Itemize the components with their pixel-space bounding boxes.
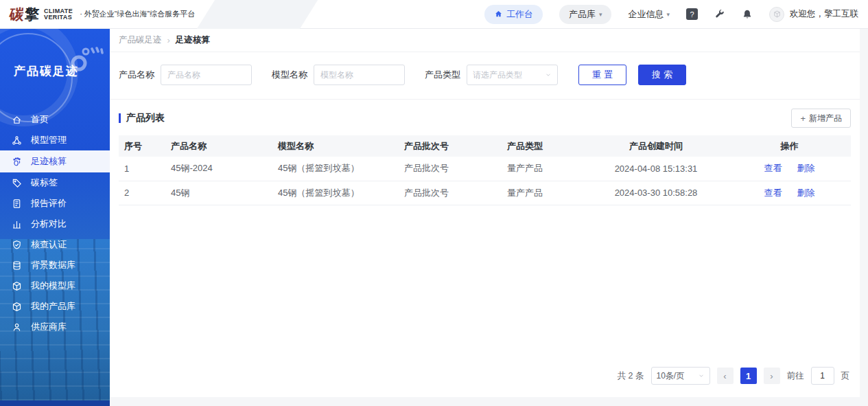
home-icon — [494, 10, 503, 19]
goto-label: 前往 — [787, 370, 804, 382]
chevron-down-icon — [698, 372, 705, 379]
sidebar-item-label: 模型管理 — [31, 134, 67, 146]
brand-logo: 碳擎 CLIMATE VERITAS · 外贸企业“绿色出海”综合服务平台 — [10, 5, 195, 24]
breadcrumb-current: 足迹核算 — [176, 34, 210, 46]
search-button[interactable]: 搜索 — [638, 65, 686, 85]
delete-link[interactable]: 删除 — [797, 188, 815, 198]
cell-model-name: 45钢（摇篮到坟墓） — [272, 181, 399, 205]
nav-company-info[interactable]: 企业信息 ▾ — [628, 8, 670, 21]
sidebar-item-my-product-library[interactable]: 我的产品库 — [0, 296, 110, 317]
next-page-button[interactable]: › — [764, 368, 780, 384]
nav-product-library-label: 产品库 — [569, 8, 596, 21]
list-header: 产品列表 + 新增产品 — [119, 100, 851, 135]
breadcrumb: 产品碳足迹 › 足迹核算 — [110, 29, 860, 52]
product-type-select[interactable]: 请选产品类型 — [467, 65, 558, 85]
page-1-button[interactable]: 1 — [740, 368, 757, 384]
list-title-label: 产品列表 — [126, 112, 165, 124]
sidebar-bottom-strip — [0, 401, 110, 406]
title-accent-bar — [119, 113, 121, 123]
topbar-nav: 工作台 产品库 ▾ 企业信息 ▾ ? 欢迎您，擎工互联 — [484, 5, 858, 24]
app-window: 碳擎 CLIMATE VERITAS · 外贸企业“绿色出海”综合服务平台 工作… — [0, 0, 868, 406]
supplier-icon — [12, 322, 22, 332]
cell-batch: 产品批次号 — [399, 157, 502, 181]
sidebar-title: 产品碳足迹 — [14, 63, 110, 79]
column-header-created: 产品创建时间 — [584, 135, 728, 157]
sidebar-item-label: 首页 — [31, 113, 49, 126]
cell-type: 量产产品 — [502, 157, 584, 181]
list-title: 产品列表 — [119, 112, 165, 124]
goto-page-input[interactable] — [811, 367, 834, 385]
home-icon — [12, 115, 22, 125]
delete-link[interactable]: 删除 — [797, 163, 815, 173]
nav-company-info-label: 企业信息 — [628, 8, 664, 21]
sidebar-item-model-management[interactable]: 模型管理 — [0, 130, 110, 150]
cube-icon — [12, 302, 22, 312]
sidebar-item-label: 碳标签 — [31, 177, 58, 189]
content-panel: 产品名称 模型名称 产品类型 请选产品类型 重置 搜索 产品列表 — [110, 52, 860, 397]
chevron-down-icon: ▾ — [666, 11, 670, 18]
sidebar-item-background-database[interactable]: 背景数据库 — [0, 255, 110, 275]
reset-button[interactable]: 重置 — [578, 65, 626, 85]
sidebar-item-label: 我的产品库 — [31, 300, 75, 313]
product-name-label: 产品名称 — [119, 69, 154, 81]
cell-product-name: 45钢-2024 — [165, 157, 272, 181]
sidebar-item-my-model-library[interactable]: 我的模型库 — [0, 275, 110, 296]
column-header-model-name: 模型名称 — [272, 135, 399, 157]
topbar: 碳擎 CLIMATE VERITAS · 外贸企业“绿色出海”综合服务平台 工作… — [0, 0, 868, 29]
sidebar-item-report-evaluation[interactable]: 报告评价 — [0, 193, 110, 214]
shield-check-icon — [12, 240, 22, 250]
user-area[interactable]: 欢迎您，擎工互联 — [769, 7, 858, 22]
tag-icon — [12, 178, 22, 188]
cell-batch: 产品批次号 — [399, 181, 502, 205]
help-icon[interactable]: ? — [686, 8, 698, 20]
wrench-icon[interactable] — [714, 9, 725, 20]
sidebar-item-home[interactable]: 首页 — [0, 109, 110, 130]
model-name-label: 模型名称 — [272, 69, 307, 81]
add-product-button[interactable]: + 新增产品 — [791, 109, 851, 128]
view-link[interactable]: 查看 — [764, 163, 782, 173]
sidebar-item-supplier-library[interactable]: 供应商库 — [0, 317, 110, 337]
prev-page-button[interactable]: ‹ — [717, 368, 734, 384]
sidebar-item-label: 我的模型库 — [31, 280, 75, 292]
page-size-select[interactable]: 10条/页 — [651, 367, 710, 385]
compare-icon — [12, 219, 22, 229]
main-content: 产品碳足迹 › 足迹核算 产品名称 模型名称 产品类型 请选产品类型 重置 搜索 — [110, 29, 860, 406]
product-type-placeholder: 请选产品类型 — [473, 69, 522, 81]
brand-logo-en: CLIMATE VERITAS — [44, 8, 73, 21]
cell-created: 2024-03-30 10:58:28 — [584, 181, 728, 205]
nav-product-library[interactable]: 产品库 ▾ — [559, 5, 612, 24]
model-name-input[interactable] — [314, 65, 405, 85]
nav-workbench[interactable]: 工作台 — [484, 5, 543, 24]
sidebar-item-verification[interactable]: 核查认证 — [0, 234, 110, 255]
table-row: 2 45钢 45钢（摇篮到坟墓） 产品批次号 量产产品 2024-03-30 1… — [119, 181, 851, 205]
cell-model-name: 45钢（摇篮到坟墓） — [272, 157, 399, 181]
add-product-label: 新增产品 — [809, 113, 842, 124]
cell-product-name: 45钢 — [165, 181, 272, 205]
brand-char-2: 擎 — [24, 6, 40, 22]
welcome-text: 欢迎您，擎工互联 — [790, 8, 858, 20]
sidebar-item-footprint-accounting[interactable]: 足迹核算 — [0, 150, 110, 172]
sidebar: 产品碳足迹 首页 模型管理 足迹核算 碳标签 报告评价 — [0, 29, 110, 406]
model-icon — [12, 135, 22, 146]
chevron-down-icon: ▾ — [599, 11, 602, 18]
sidebar-item-label: 背景数据库 — [31, 259, 75, 271]
breadcrumb-separator-icon: › — [167, 35, 170, 45]
product-type-label: 产品类型 — [425, 69, 460, 81]
goto-suffix: 页 — [841, 370, 850, 382]
brand-logo-cn: 碳擎 — [9, 5, 41, 24]
cube-icon — [12, 281, 22, 291]
breadcrumb-parent[interactable]: 产品碳足迹 — [119, 34, 162, 46]
chevron-down-icon — [545, 71, 552, 78]
column-header-index: 序号 — [119, 135, 165, 157]
footprint-logo-icon — [69, 44, 104, 74]
product-name-input[interactable] — [161, 65, 252, 85]
page-size-value: 10条/页 — [657, 370, 685, 382]
sidebar-item-carbon-label[interactable]: 碳标签 — [0, 172, 110, 193]
product-table: 序号 产品名称 模型名称 产品批次号 产品类型 产品创建时间 操作 1 45钢-… — [119, 135, 851, 205]
column-header-batch: 产品批次号 — [399, 135, 502, 157]
cell-index: 2 — [119, 181, 165, 205]
bell-icon[interactable] — [742, 9, 753, 20]
footprint-icon — [12, 157, 22, 167]
view-link[interactable]: 查看 — [764, 188, 782, 198]
sidebar-item-analysis-compare[interactable]: 分析对比 — [0, 214, 110, 234]
